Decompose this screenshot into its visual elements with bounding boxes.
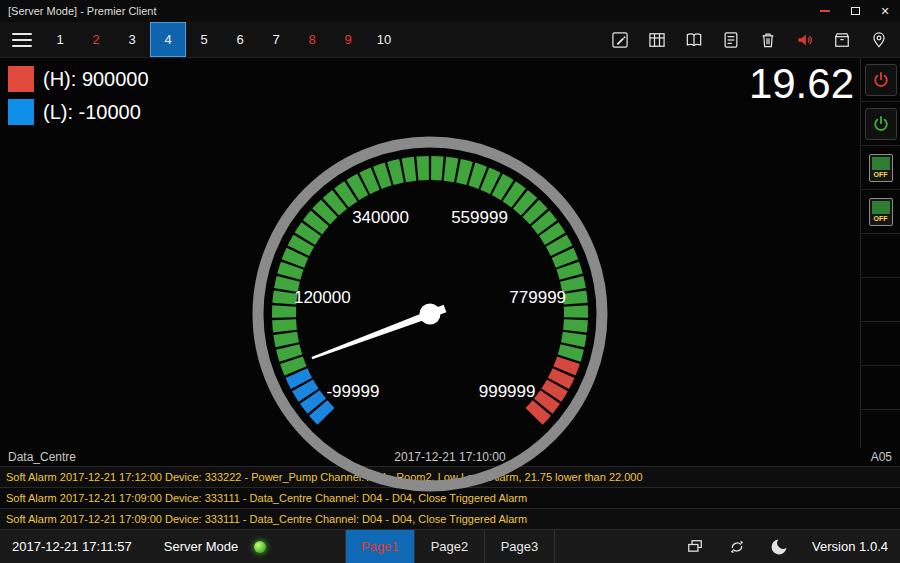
svg-text:559999: 559999	[451, 208, 508, 227]
maximize-icon	[851, 7, 860, 15]
close-button[interactable]: ✕	[870, 0, 900, 22]
moon-button[interactable]	[768, 536, 790, 558]
page-tab-8[interactable]: 8	[294, 22, 330, 57]
minimize-icon	[820, 10, 830, 12]
main-area: (H): 900000 (L): -10000 19.62 -999991200…	[0, 58, 900, 466]
window-title: [Server Mode] - Premier Client	[8, 5, 157, 17]
low-swatch	[8, 99, 34, 125]
power-icon	[871, 114, 891, 134]
book-icon	[684, 30, 704, 50]
high-swatch	[8, 66, 34, 92]
status-pages: Page1Page2Page3	[345, 530, 555, 563]
status-bar: 2017-12-21 17:11:57 Server Mode Page1Pag…	[0, 529, 900, 563]
note-button[interactable]	[720, 29, 742, 51]
speaker-icon	[795, 30, 815, 50]
status-page-tab-page3[interactable]: Page3	[485, 530, 555, 563]
chart-timestamp: 2017-12-21 17:10:00	[394, 450, 505, 464]
note-icon	[721, 30, 741, 50]
alarm-row[interactable]: Soft Alarm 2017-12-21 17:09:00 Device: 3…	[0, 508, 900, 529]
page-tab-10[interactable]: 10	[366, 22, 402, 57]
page-tab-4[interactable]: 4	[150, 22, 186, 57]
device-name: Data_Centre	[8, 450, 76, 464]
toolbar: 12345678910	[0, 22, 900, 58]
sync-icon	[727, 537, 747, 557]
page-tab-5[interactable]: 5	[186, 22, 222, 57]
toggle-switch-2[interactable]: OFF	[861, 190, 900, 234]
grid-icon	[647, 30, 667, 50]
panel-cell	[861, 278, 900, 322]
gauge-legend: (H): 900000 (L): -10000	[8, 66, 149, 132]
status-indicator	[254, 541, 266, 553]
cascade-button[interactable]	[684, 536, 706, 558]
server-mode-label: Server Mode	[164, 539, 238, 554]
svg-text:999999: 999999	[479, 382, 536, 401]
power-off-button[interactable]	[861, 58, 900, 102]
grid-button[interactable]	[646, 29, 668, 51]
page-tab-9[interactable]: 9	[330, 22, 366, 57]
trash-icon	[758, 30, 778, 50]
high-label: (H): 900000	[43, 68, 149, 91]
legend-high-row: (H): 900000	[8, 66, 149, 92]
page-tab-6[interactable]: 6	[222, 22, 258, 57]
book-button[interactable]	[683, 29, 705, 51]
panel-cell	[861, 410, 900, 448]
legend-low-row: (L): -10000	[8, 99, 149, 125]
status-page-tab-page1[interactable]: Page1	[345, 530, 415, 563]
edit-icon	[610, 30, 630, 50]
archive-icon	[832, 30, 852, 50]
version-label: Version 1.0.4	[812, 539, 888, 554]
toggle-switch-icon: OFF	[869, 198, 893, 226]
close-icon: ✕	[880, 5, 889, 18]
app-window: [Server Mode] - Premier Client ✕ 1234567…	[0, 0, 900, 563]
svg-text:120000: 120000	[294, 288, 351, 307]
toolbar-actions	[609, 29, 890, 51]
panel-cell	[861, 322, 900, 366]
location-icon	[869, 30, 889, 50]
location-button[interactable]	[868, 29, 890, 51]
cascade-icon	[685, 537, 705, 557]
trash-button[interactable]	[757, 29, 779, 51]
svg-text:-99999: -99999	[326, 382, 379, 401]
menu-icon[interactable]	[10, 29, 34, 51]
title-bar: [Server Mode] - Premier Client ✕	[0, 0, 900, 22]
low-label: (L): -10000	[43, 101, 141, 124]
control-panel: OFFOFF	[860, 58, 900, 448]
moon-icon	[769, 537, 789, 557]
current-value: 19.62	[749, 60, 854, 108]
status-page-tab-page2[interactable]: Page2	[415, 530, 485, 563]
svg-text:779999: 779999	[509, 288, 566, 307]
sync-button[interactable]	[726, 536, 748, 558]
toggle-switch-1[interactable]: OFF	[861, 146, 900, 190]
maximize-button[interactable]	[840, 0, 870, 22]
page-tab-3[interactable]: 3	[114, 22, 150, 57]
window-controls: ✕	[810, 0, 900, 22]
page-tab-7[interactable]: 7	[258, 22, 294, 57]
page-tabs: 12345678910	[42, 22, 402, 57]
panel-cell	[861, 234, 900, 278]
gauge: -99999120000340000559999779999999999	[240, 124, 620, 504]
page-tab-1[interactable]: 1	[42, 22, 78, 57]
chart-footer: Data_Centre 2017-12-21 17:10:00 A05	[0, 448, 900, 466]
edit-button[interactable]	[609, 29, 631, 51]
archive-button[interactable]	[831, 29, 853, 51]
svg-text:340000: 340000	[352, 208, 409, 227]
power-icon	[871, 70, 891, 90]
panel-cell	[861, 366, 900, 410]
status-timestamp: 2017-12-21 17:11:57	[12, 539, 132, 554]
speaker-button[interactable]	[794, 29, 816, 51]
status-actions	[684, 536, 790, 558]
toggle-switch-icon: OFF	[869, 154, 893, 182]
minimize-button[interactable]	[810, 0, 840, 22]
power-on-button[interactable]	[861, 102, 900, 146]
channel-code: A05	[871, 450, 892, 464]
page-tab-2[interactable]: 2	[78, 22, 114, 57]
